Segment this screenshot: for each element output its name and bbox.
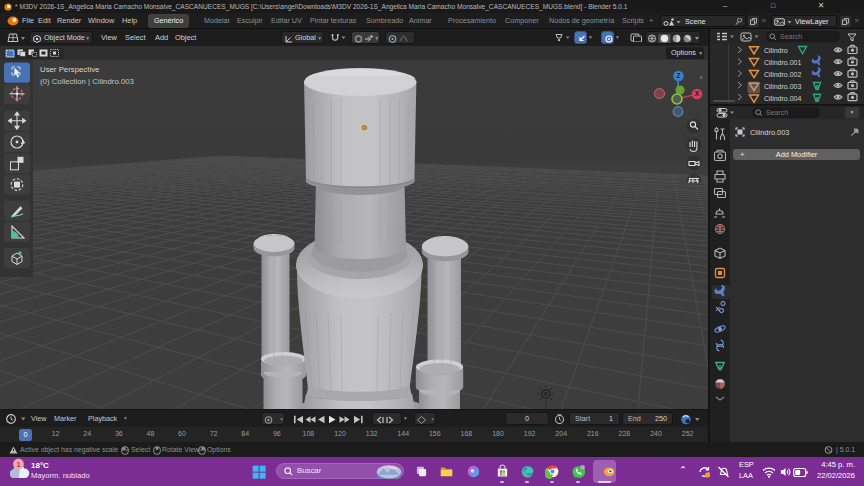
- svg-text:11: 11: [580, 465, 584, 470]
- svg-text:1: 1: [16, 460, 21, 469]
- svg-text:Cilindro: Cilindro: [764, 47, 788, 54]
- svg-text:Z: Z: [677, 72, 681, 79]
- svg-text:Cilindro.002: Cilindro.002: [764, 71, 801, 78]
- svg-text:Cilindro.004: Cilindro.004: [764, 95, 801, 102]
- svg-text:Cilindro.001: Cilindro.001: [764, 59, 801, 66]
- svg-text:Cilindro.003: Cilindro.003: [764, 83, 801, 90]
- svg-text:X: X: [695, 90, 700, 97]
